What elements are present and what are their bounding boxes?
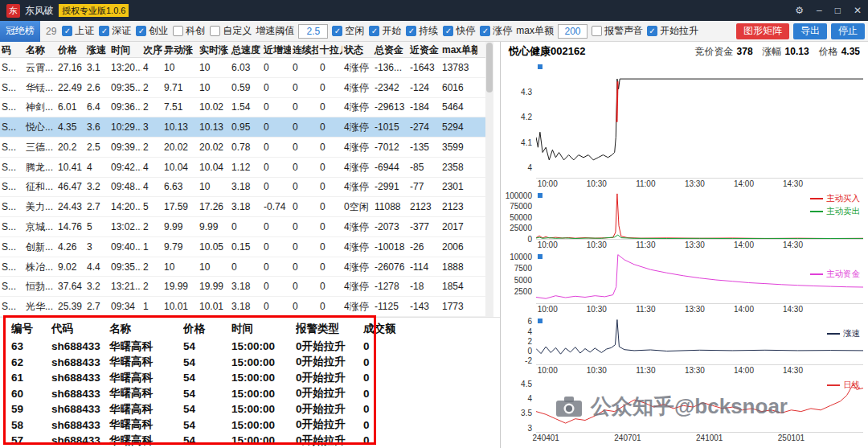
alert-row[interactable]: 58sh688433华曙高科5415:00:000开始拉升0 xyxy=(11,417,500,434)
stock-cell: 0 xyxy=(262,177,291,196)
market-filter-checkbox[interactable]: 科创 xyxy=(173,24,205,38)
x-tick-label: 10:30 xyxy=(587,366,607,375)
alert-cell: sh688433 xyxy=(51,434,109,446)
stock-row[interactable]: S...京城...14.76513:02...29.999.9900004涨停-… xyxy=(0,217,485,237)
alert-cell: sh688433 xyxy=(51,340,109,352)
y-axis: 1000007500050000250000 xyxy=(501,190,536,240)
alert-row[interactable]: 57sh688433华曙高科5415:00:000开始拉升0 xyxy=(11,433,500,448)
export-button[interactable]: 导出 xyxy=(793,23,827,39)
stock-row[interactable]: S...悦心...4.353.610:29...310.1310.130.950… xyxy=(0,117,485,138)
column-header[interactable]: 连续拉 xyxy=(291,42,318,57)
stock-cell: 0 xyxy=(291,78,318,97)
column-header[interactable]: 码 xyxy=(0,42,24,57)
stock-cell: 0 xyxy=(291,117,318,137)
stock-cell: 5 xyxy=(141,197,162,216)
stock-row[interactable]: S...腾龙...10.41409:42...410.0410.041.1200… xyxy=(0,158,485,178)
market-filter-checkbox[interactable]: ✓深证 xyxy=(99,24,131,38)
maximize-button[interactable]: □ xyxy=(835,5,841,16)
legend-label: 日线 xyxy=(843,380,860,391)
state-filter-checkbox[interactable]: ✓涨停 xyxy=(480,24,512,38)
stock-cell: 神剑... xyxy=(24,97,56,117)
alert-row[interactable]: 59sh688433华曙高科5415:00:000开始拉升0 xyxy=(11,401,500,417)
state-filter-checkbox[interactable]: ✓持续 xyxy=(406,24,438,38)
graph-matrix-button[interactable]: 图形矩阵 xyxy=(736,23,789,39)
axis-handle-icon[interactable] xyxy=(538,254,542,259)
stock-cell: 0 xyxy=(262,117,291,137)
stock-row[interactable]: S...云霄...27.163.113:20...410106.030004涨停… xyxy=(0,58,485,78)
stock-row[interactable]: S...三德...20.22.509:39...220.0220.020.780… xyxy=(0,138,485,158)
axis-handle-icon[interactable] xyxy=(538,193,542,198)
column-header[interactable]: 近资金 xyxy=(408,42,440,57)
stock-cell: 3.2 xyxy=(85,177,109,196)
state-filter-checkbox[interactable]: ✓空闲 xyxy=(332,24,364,38)
column-header[interactable]: 实时涨 xyxy=(198,42,230,57)
max-amount-input[interactable] xyxy=(558,24,588,39)
alert-row[interactable]: 61sh688433华曙高科5415:00:000开始拉升0 xyxy=(11,370,500,386)
stock-cell: 17.59 xyxy=(162,197,198,216)
threshold-input[interactable] xyxy=(298,24,328,39)
column-header[interactable]: 状态 xyxy=(342,42,373,57)
stock-row[interactable]: S...征和...46.473.209:48...46.63103.180004… xyxy=(0,178,485,198)
stock-cell: 2017 xyxy=(440,217,477,236)
alert-row[interactable]: 62sh688433华曙高科5415:00:000开始拉升0 xyxy=(11,355,500,371)
stock-cell: 0 xyxy=(318,158,342,177)
charts-stack: 4.34.24.1410:0010:3011:0013:3014:0014:30… xyxy=(501,61,868,448)
alert-cell: 54 xyxy=(183,434,231,446)
alert-row[interactable]: 60sh688433华曙高科5415:00:000开始拉升0 xyxy=(11,386,500,402)
checkbox-icon: ✓ xyxy=(406,26,416,36)
market-filter-checkbox[interactable]: ✓创业 xyxy=(136,24,168,38)
checkbox-icon xyxy=(210,26,220,36)
stock-cell: -6944 xyxy=(373,158,408,177)
checkbox-icon: ✓ xyxy=(480,26,490,36)
stock-cell: 22.49 xyxy=(56,78,85,97)
legend-item: 主动买入 xyxy=(810,193,860,204)
stock-row[interactable]: S...神剑...6.016.409:36...27.5110.021.5400… xyxy=(0,98,485,118)
start-pull-checkbox[interactable]: ✓开始拉升 xyxy=(647,24,698,38)
market-filter-label: 深证 xyxy=(112,24,131,38)
market-filter-checkbox[interactable]: 自定义 xyxy=(210,24,252,38)
stock-row[interactable]: S...创新...4.26309:40...19.7910.050.150004… xyxy=(0,237,485,257)
column-header[interactable]: 价格 xyxy=(56,42,85,57)
scrollbar-thumb[interactable] xyxy=(486,43,493,92)
alert-row[interactable]: 63sh688433华曙高科5415:00:000开始拉升0 xyxy=(11,339,500,355)
column-header[interactable]: 近增速 xyxy=(262,42,291,57)
market-filter-label: 科创 xyxy=(186,24,205,38)
stock-cell: 创新... xyxy=(24,237,56,257)
column-header[interactable]: 总资金 xyxy=(373,42,408,57)
alert-cell: 54 xyxy=(183,388,231,400)
stock-cell: 10.04 xyxy=(198,158,230,177)
stock-cell: 恒勃... xyxy=(24,277,56,296)
state-filter-checkbox[interactable]: ✓快停 xyxy=(443,24,475,38)
axis-handle-icon[interactable] xyxy=(538,319,542,323)
column-header[interactable]: 时间 xyxy=(109,42,141,57)
column-header[interactable]: 名称 xyxy=(24,42,56,57)
column-header[interactable]: 异动涨 xyxy=(162,42,198,57)
minimize-button[interactable]: – xyxy=(817,5,822,16)
stock-row[interactable]: S...美力...24.432.714:20...517.5917.263.18… xyxy=(0,197,485,217)
market-filter-checkbox[interactable]: ✓上证 xyxy=(62,24,94,38)
stock-row[interactable]: S...恒勃...37.643.213:21...219.9919.993.18… xyxy=(0,277,485,297)
settings-icon[interactable]: ⚙ xyxy=(795,5,804,16)
stock-row[interactable]: S...光华...25.392.709:34110.0110.013.18000… xyxy=(0,297,485,317)
stock-cell: 3.2 xyxy=(85,277,109,296)
stop-button[interactable]: 停止 xyxy=(831,23,865,39)
alarm-sound-checkbox[interactable]: 报警声音 xyxy=(592,24,643,38)
legend-line-icon xyxy=(810,198,823,199)
alert-cell: 0开始拉升 xyxy=(296,402,363,417)
alert-cell: 华曙高科 xyxy=(109,434,183,448)
close-button[interactable]: ✕ xyxy=(854,5,862,16)
board-tab[interactable]: 冠绝榜 xyxy=(0,21,40,42)
state-filter-label: 涨停 xyxy=(493,24,512,38)
column-header[interactable]: 次序 xyxy=(141,42,162,57)
state-filter-checkbox[interactable]: ✓开始 xyxy=(369,24,401,38)
column-header[interactable]: max单额 xyxy=(440,42,477,57)
stock-cell: 光华... xyxy=(24,297,56,316)
stock-row[interactable]: S...华铥...22.492.609:35...29.71100.590004… xyxy=(0,78,485,98)
axis-handle-icon[interactable] xyxy=(538,64,542,69)
column-header[interactable]: 总速度 xyxy=(230,42,262,57)
stock-cell: 2.6 xyxy=(85,78,109,97)
column-header[interactable]: 十拉几 xyxy=(318,42,342,57)
column-header[interactable]: 涨速 xyxy=(85,42,109,57)
vertical-scrollbar[interactable] xyxy=(485,42,493,317)
stock-row[interactable]: S...株冶...9.024.409:35...2101000004涨停-260… xyxy=(0,257,485,277)
